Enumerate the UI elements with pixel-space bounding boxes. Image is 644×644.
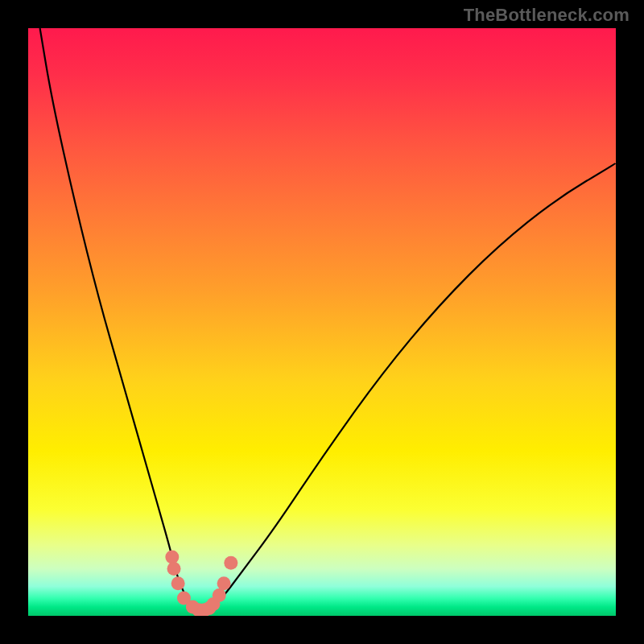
highlight-dot: [217, 576, 231, 590]
highlight-dot: [213, 588, 226, 602]
chart-frame: TheBottleneck.com: [0, 0, 644, 644]
bottleneck-curve: [40, 28, 616, 610]
highlight-dot: [171, 576, 185, 590]
curve-layer: [28, 28, 616, 616]
highlight-dot: [167, 562, 181, 576]
highlight-dot: [165, 551, 179, 564]
highlight-dot: [224, 556, 237, 570]
plot-area: [28, 28, 616, 616]
watermark-text: TheBottleneck.com: [464, 5, 630, 26]
highlight-dots: [165, 551, 237, 617]
